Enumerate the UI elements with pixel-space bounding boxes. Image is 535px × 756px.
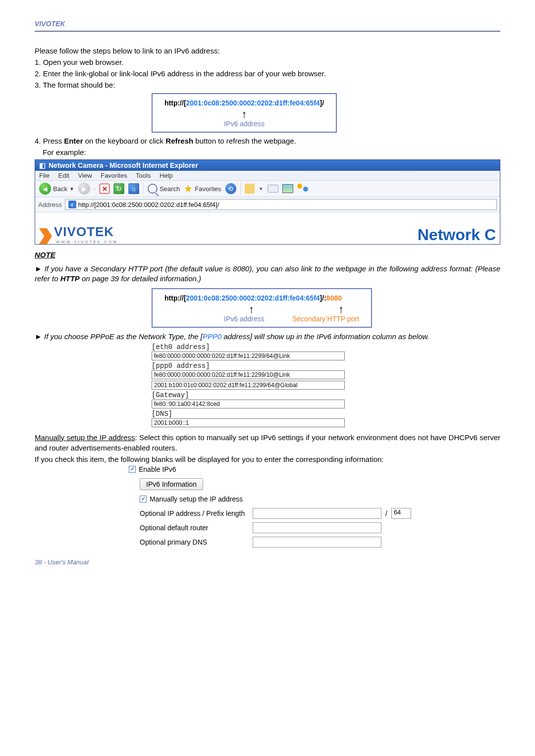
vivotek-logo-sub: WWW.VIVOTEK.COM bbox=[56, 240, 118, 244]
for-example: For example: bbox=[35, 147, 500, 157]
favorites-label: Favorites bbox=[195, 185, 221, 193]
folder-icon[interactable] bbox=[245, 184, 255, 194]
search-label: Search bbox=[160, 185, 180, 193]
menu-edit[interactable]: Edit bbox=[58, 172, 69, 179]
eth0-header: [eth0 address] bbox=[152, 343, 500, 351]
note-heading: NOTE bbox=[35, 251, 500, 259]
ie-menubar: File Edit View Favorites Tools Help bbox=[35, 171, 500, 181]
vivotek-logo-text: VIVOTEK bbox=[54, 224, 118, 240]
url-format-box-1: http://[2001:0c08:2500:0002:0202:d1ff:fe… bbox=[152, 93, 337, 133]
optional-dns-input[interactable] bbox=[253, 537, 381, 548]
url2-ipv6: 2001:0c08:2500:0002:0202:d1ff:fe04:65f4 bbox=[186, 294, 320, 302]
optional-ip-label: Optional IP address / Prefix length bbox=[140, 509, 249, 517]
optional-router-input[interactable] bbox=[253, 522, 381, 533]
ie-title-bar: ◧ Network Camera - Microsoft Internet Ex… bbox=[35, 160, 500, 171]
note-paragraph-1: ► If you have a Secondary HTTP port (the… bbox=[35, 264, 500, 284]
step4-e: button to refresh the webpage. bbox=[193, 137, 296, 145]
note-p1c: on page 39 for detailed information.) bbox=[80, 274, 201, 283]
url-suffix: / bbox=[322, 99, 324, 107]
forward-button[interactable]: ► bbox=[78, 183, 90, 195]
ipv6-information-button[interactable]: IPv6 Information bbox=[140, 478, 203, 490]
url-format-text: http://[2001:0c08:2500:0002:0202:d1ff:fe… bbox=[164, 99, 324, 107]
menu-tools[interactable]: Tools bbox=[136, 172, 151, 179]
gateway-header: [Gateway] bbox=[152, 391, 500, 399]
intro-line-3: 2. Enter the link-global or link-local I… bbox=[35, 68, 500, 79]
note-p1b: HTTP bbox=[60, 274, 80, 283]
dns-value: 2001:b000::1 bbox=[152, 418, 345, 427]
intro-line-2: 1. Open your web browser. bbox=[35, 57, 500, 67]
history-button[interactable]: ⟲ bbox=[225, 183, 236, 194]
gateway-value: fe80::90:1a00:4142:8ced bbox=[152, 400, 345, 408]
manual-setup-paragraph: Manually setup the IP address: Select th… bbox=[35, 432, 500, 453]
step4-a: 4. Press bbox=[35, 137, 64, 145]
picture-icon[interactable] bbox=[282, 184, 293, 193]
ie-toolbar: ◄ Back ▼ ► · ✕ ↻ ⌂ Search ★Favorites ⟲ ▼ bbox=[35, 181, 500, 197]
manual-setup-underline: Manually setup the IP address bbox=[35, 433, 135, 442]
ipv6-address-label-2: IPv6 address bbox=[224, 315, 265, 323]
arrow-up-icon: ↑ bbox=[242, 108, 247, 121]
note-paragraph-2: ► If you choose PPPoE as the Network Typ… bbox=[35, 332, 500, 342]
stop-button[interactable]: ✕ bbox=[100, 184, 109, 194]
back-arrow-icon: ◄ bbox=[39, 183, 51, 195]
manual-setup-label: Manually setup the IP address bbox=[150, 495, 243, 503]
mail-icon[interactable] bbox=[268, 185, 278, 193]
url2-prefix: http:// bbox=[164, 294, 184, 302]
menu-favorites[interactable]: Favorites bbox=[101, 172, 127, 179]
manual-setup-checkbox[interactable]: ✔ Manually setup the IP address bbox=[140, 495, 500, 503]
menu-help[interactable]: Help bbox=[160, 172, 173, 179]
messenger-icon[interactable] bbox=[297, 184, 308, 194]
page-heading-network: Network C bbox=[418, 226, 496, 244]
back-label: Back bbox=[53, 185, 67, 193]
url2-port: 8080 bbox=[326, 294, 342, 302]
optional-router-row: Optional default router bbox=[140, 522, 500, 533]
intro-line-4: 3. The format should be: bbox=[35, 80, 500, 90]
ppp0-header: [ppp0 address] bbox=[152, 362, 500, 370]
page-icon: e bbox=[68, 201, 76, 208]
dns-header: [DNS] bbox=[152, 410, 500, 418]
url-ipv6: 2001:0c08:2500:0002:0202:d1ff:fe04:65f4 bbox=[186, 99, 320, 107]
step4-c: on the keyboard or click bbox=[83, 137, 166, 145]
checkbox-icon: ✔ bbox=[129, 466, 136, 473]
search-icon bbox=[148, 184, 158, 194]
arrow-up-icon-2a: ↑ bbox=[249, 303, 254, 316]
ipv6-config-block: ✔ Enable IPv6 IPv6 Information ✔ Manuall… bbox=[129, 465, 500, 548]
optional-dns-row: Optional primary DNS bbox=[140, 537, 500, 548]
star-icon: ★ bbox=[184, 183, 193, 195]
search-button[interactable]: Search bbox=[148, 184, 180, 194]
vivotek-logo: VIVOTEK WWW.VIVOTEK.COM bbox=[39, 224, 118, 244]
step4-enter: Enter bbox=[64, 137, 83, 145]
enable-ipv6-label: Enable IPv6 bbox=[139, 465, 176, 473]
address-input[interactable]: e http://[2001:0c08:2500:0002:0202:d1ff:… bbox=[65, 199, 497, 210]
menu-file[interactable]: File bbox=[39, 172, 50, 179]
checkbox-icon-2: ✔ bbox=[140, 496, 147, 503]
separator bbox=[143, 183, 144, 195]
ie-window-title: Network Camera - Microsoft Internet Expl… bbox=[49, 161, 198, 169]
ipv6-info-block: [eth0 address] fe80:0000:0000:0000:0202:… bbox=[152, 343, 500, 427]
ie-logo-icon: ◧ bbox=[39, 161, 46, 169]
note2a: ► If you choose PPPoE as the Network Typ… bbox=[35, 332, 203, 341]
optional-router-label: Optional default router bbox=[140, 524, 249, 532]
optional-ip-input[interactable] bbox=[253, 508, 381, 519]
ie-content-area: VIVOTEK WWW.VIVOTEK.COM Network C bbox=[35, 212, 500, 244]
arrow-up-icon-2b: ↑ bbox=[338, 303, 344, 316]
enable-ipv6-checkbox[interactable]: ✔ Enable IPv6 bbox=[129, 465, 500, 473]
menu-view[interactable]: View bbox=[78, 172, 92, 179]
eth0-value: fe80:0000:0000:0000:0202:d1ff:fe11:2299/… bbox=[152, 352, 345, 360]
optional-ip-row: Optional IP address / Prefix length / 64 bbox=[140, 508, 500, 519]
note2-ppp0: PPP0 bbox=[203, 332, 221, 341]
url2-suffix: /: bbox=[322, 294, 326, 302]
ppp0-value-1: fe80:0000:0000:0000:0202:d1ff:fe11:2299/… bbox=[152, 370, 345, 379]
ppp0-value-2: 2001:b100:01c0:0002:0202:d1ff:fe11:2299/… bbox=[152, 381, 345, 390]
home-button[interactable]: ⌂ bbox=[128, 183, 139, 194]
ie-address-bar: Address e http://[2001:0c08:2500:0002:02… bbox=[35, 197, 500, 212]
url-format-text-2: http://[2001:0c08:2500:0002:0202:d1ff:fe… bbox=[164, 294, 359, 302]
favorites-button[interactable]: ★Favorites bbox=[184, 183, 221, 195]
secondary-port-label: Secondary HTTP port bbox=[292, 315, 359, 323]
refresh-button[interactable]: ↻ bbox=[113, 183, 124, 194]
prefix-length-input[interactable]: 64 bbox=[391, 508, 411, 519]
manual-setup-paragraph-2: If you check this item, the following bl… bbox=[35, 454, 500, 464]
back-button[interactable]: ◄ Back ▼ bbox=[39, 183, 74, 195]
page-header-brand: VIVOTEK bbox=[35, 20, 500, 31]
note2c: address] will show up in the IPv6 inform… bbox=[221, 332, 429, 341]
intro-line-1: Please follow the steps below to link to… bbox=[35, 46, 500, 56]
